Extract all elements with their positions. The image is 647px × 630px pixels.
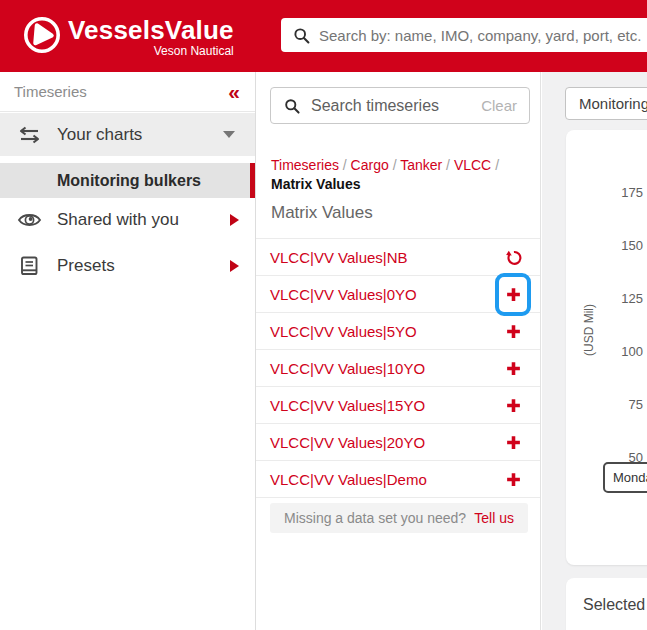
breadcrumb-current: Matrix Values — [271, 176, 361, 192]
add-timeseries-button-highlighted[interactable] — [496, 277, 530, 312]
sidebar-item-label: Your charts — [57, 125, 223, 145]
undo-icon — [503, 247, 524, 268]
timeseries-link[interactable]: VLCC|VV Values|Demo — [270, 471, 496, 488]
section-heading: Matrix Values — [271, 203, 373, 223]
search-icon — [292, 26, 311, 45]
tell-us-link[interactable]: Tell us — [474, 510, 514, 526]
selected-timeseries-heading: Selected timeseries — [566, 578, 647, 614]
y-axis-tick: 125 — [566, 291, 643, 307]
sidebar-item-shared-with-you[interactable]: Shared with you — [0, 198, 255, 242]
timeseries-search-input[interactable] — [311, 97, 481, 115]
y-axis-title: (USD Mil) — [582, 304, 596, 356]
app-header: VesselsValue Veson Nautical — [0, 0, 647, 72]
sidebar-item-label: Shared with you — [57, 210, 230, 230]
global-search-input[interactable] — [319, 27, 647, 44]
sidebar-title: Timeseries — [14, 83, 87, 100]
add-timeseries-button[interactable] — [496, 323, 530, 340]
sidebar-item-your-charts[interactable]: Your charts — [0, 113, 255, 156]
undo-button[interactable] — [496, 247, 530, 268]
timeseries-link[interactable]: VLCC|VV Values|5YO — [270, 323, 496, 340]
timeseries-row: VLCC|VV Values|0YO — [256, 276, 540, 313]
vesselsvalue-logo[interactable]: VesselsValue Veson Nautical — [22, 15, 234, 58]
timeseries-row: VLCC|VV Values|Demo — [256, 461, 540, 498]
sidebar-item-presets[interactable]: Presets — [0, 242, 255, 290]
chart-tooltip: Monday — [603, 462, 647, 493]
timeseries-list: VLCC|VV Values|NB VLCC|VV Values|0YO VLC… — [256, 238, 540, 498]
sidebar-item-label: Monitoring bulkers — [57, 172, 250, 190]
breadcrumb-separator: / — [343, 157, 347, 173]
highlight-box — [495, 273, 531, 316]
breadcrumb-separator: / — [495, 157, 499, 173]
selected-timeseries-card: Selected timeseries — [566, 578, 647, 630]
plus-icon — [505, 323, 522, 340]
eye-icon — [16, 209, 42, 231]
add-timeseries-button[interactable] — [496, 471, 530, 488]
plus-icon — [505, 471, 522, 488]
brand-name: VesselsValue — [68, 15, 234, 45]
add-timeseries-button[interactable] — [496, 397, 530, 414]
timeseries-search-bar[interactable]: Clear — [270, 87, 530, 124]
chevron-right-icon — [230, 214, 239, 226]
swap-arrows-icon — [16, 123, 42, 147]
timeseries-row: VLCC|VV Values|NB — [256, 239, 540, 276]
chart-selector-dropdown[interactable]: Monitoring bulkers — [565, 87, 647, 120]
breadcrumb-link-timeseries[interactable]: Timeseries — [271, 157, 339, 173]
sidebar-header: Timeseries « — [0, 72, 255, 112]
timeseries-row: VLCC|VV Values|10YO — [256, 350, 540, 387]
plus-icon — [505, 286, 522, 303]
sidebar: Timeseries « Your charts Monitoring bulk… — [0, 72, 256, 630]
collapse-sidebar-icon[interactable]: « — [228, 82, 240, 102]
y-axis-tick: 75 — [566, 397, 643, 413]
missing-dataset-prompt: Missing a data set you need? — [284, 510, 466, 526]
timeseries-link[interactable]: VLCC|VV Values|NB — [270, 249, 496, 266]
search-icon — [283, 97, 301, 115]
clear-search-button[interactable]: Clear — [481, 97, 517, 114]
brand-subtitle: Veson Nautical — [154, 44, 234, 58]
sidebar-item-label: Presets — [57, 256, 230, 276]
chart-panel: Monitoring bulkers 175 150 125 100 75 50… — [542, 72, 647, 630]
timeseries-link[interactable]: VLCC|VV Values|20YO — [270, 434, 496, 451]
missing-dataset-banner: Missing a data set you need? Tell us — [270, 503, 528, 533]
timeseries-row: VLCC|VV Values|15YO — [256, 387, 540, 424]
plus-icon — [505, 360, 522, 377]
plus-icon — [505, 397, 522, 414]
y-axis-tick: 100 — [566, 344, 643, 360]
book-icon — [16, 254, 42, 278]
breadcrumb-link-cargo[interactable]: Cargo — [351, 157, 389, 173]
vesselsvalue-logo-icon — [22, 15, 62, 55]
chevron-right-icon — [230, 260, 239, 272]
y-axis-tick: 175 — [566, 185, 643, 201]
breadcrumb-separator: / — [446, 157, 450, 173]
add-timeseries-button[interactable] — [496, 360, 530, 377]
y-axis-tick: 150 — [566, 238, 643, 254]
add-timeseries-button[interactable] — [496, 434, 530, 451]
breadcrumb-separator: / — [393, 157, 397, 173]
sidebar-item-monitoring-bulkers[interactable]: Monitoring bulkers — [0, 163, 255, 198]
timeseries-link[interactable]: VLCC|VV Values|15YO — [270, 397, 496, 414]
timeseries-row: VLCC|VV Values|5YO — [256, 313, 540, 350]
chevron-down-icon — [223, 131, 235, 138]
timeseries-browser-panel: Clear Timeseries / Cargo / Tanker / VLCC… — [256, 72, 541, 630]
plus-icon — [505, 434, 522, 451]
breadcrumb-link-tanker[interactable]: Tanker — [400, 157, 442, 173]
timeseries-link[interactable]: VLCC|VV Values|0YO — [270, 286, 496, 303]
breadcrumb: Timeseries / Cargo / Tanker / VLCC / Mat… — [271, 156, 526, 194]
timeseries-link[interactable]: VLCC|VV Values|10YO — [270, 360, 496, 377]
global-search-bar[interactable] — [281, 18, 647, 52]
timeseries-row: VLCC|VV Values|20YO — [256, 424, 540, 461]
breadcrumb-link-vlcc[interactable]: VLCC — [454, 157, 491, 173]
chart-card: 175 150 125 100 75 50 (USD Mil) Monday — [566, 130, 647, 565]
